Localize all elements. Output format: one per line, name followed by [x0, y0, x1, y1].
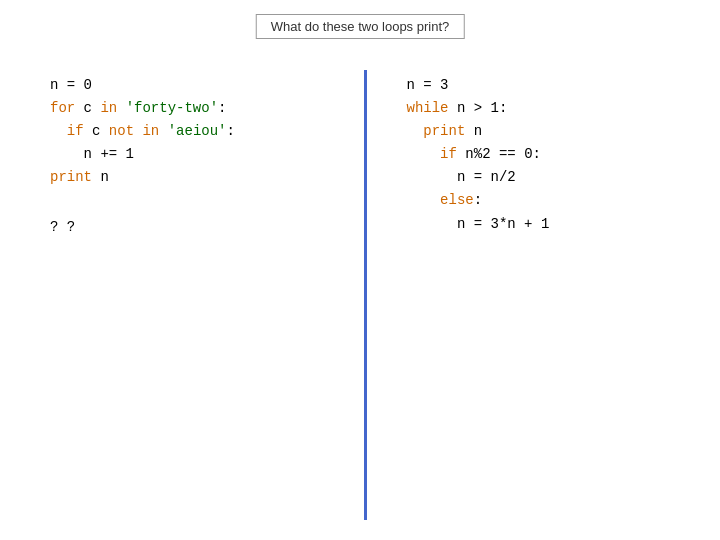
code-line: print n: [407, 120, 691, 143]
question-marks: ? ?: [50, 219, 334, 235]
title-text: What do these two loops print?: [271, 19, 450, 34]
code-line: n = n/2: [407, 166, 691, 189]
code-line: n = 3: [407, 74, 691, 97]
right-code-block: n = 3 while n > 1: print n if n%2 == 0: …: [407, 74, 691, 236]
code-line: while n > 1:: [407, 97, 691, 120]
code-line: print n: [50, 166, 334, 189]
title-box: What do these two loops print?: [256, 14, 465, 39]
code-line: n += 1: [50, 143, 334, 166]
code-line: if n%2 == 0:: [407, 143, 691, 166]
code-line: n = 3*n + 1: [407, 213, 691, 236]
code-line: n = 0: [50, 74, 334, 97]
right-panel: n = 3 while n > 1: print n if n%2 == 0: …: [367, 50, 721, 540]
code-line: else:: [407, 189, 691, 212]
code-line: if c not in 'aeiou':: [50, 120, 334, 143]
left-panel: n = 0 for c in 'forty-two': if c not in …: [0, 50, 364, 540]
left-code-block: n = 0 for c in 'forty-two': if c not in …: [50, 74, 334, 189]
code-line: for c in 'forty-two':: [50, 97, 334, 120]
main-container: n = 0 for c in 'forty-two': if c not in …: [0, 50, 720, 540]
